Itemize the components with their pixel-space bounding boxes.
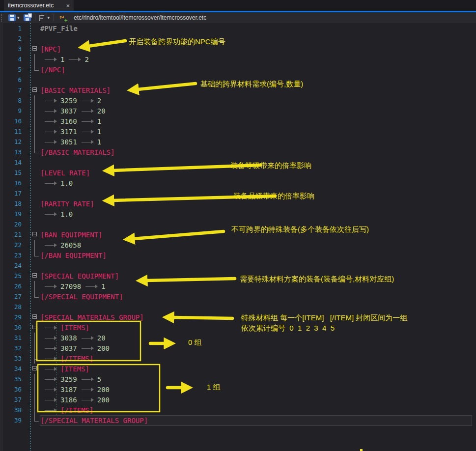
code-text: 1.0 <box>40 210 73 218</box>
toolbar-grip[interactable] <box>1 14 4 22</box>
save-caret-icon[interactable]: ▾ <box>17 15 20 20</box>
line-number[interactable]: 33 <box>0 355 28 362</box>
line-number[interactable]: 34 <box>0 365 28 372</box>
line-number[interactable]: 5 <box>0 66 28 73</box>
code-line[interactable]: 191.0 <box>0 209 476 219</box>
line-number[interactable]: 38 <box>0 406 28 414</box>
fold-guide <box>31 291 40 302</box>
fold-marker-icon[interactable] <box>31 364 40 374</box>
line-number[interactable]: 39 <box>0 417 28 424</box>
line-number[interactable]: 21 <box>0 231 28 238</box>
line-number[interactable]: 18 <box>0 200 28 207</box>
line-number[interactable]: 17 <box>0 190 28 197</box>
code-text: 303820 <box>40 334 106 342</box>
line-number[interactable]: 29 <box>0 313 28 321</box>
code-line[interactable]: 33[/ITEMS] <box>0 353 476 364</box>
code-line[interactable]: 1#PVF_File <box>0 23 476 33</box>
token-num: 1 <box>97 128 101 136</box>
token-dir: #PVF_File <box>40 25 78 32</box>
goto-caret-icon[interactable]: ▾ <box>48 15 50 20</box>
line-number[interactable]: 30 <box>0 324 28 331</box>
line-number[interactable]: 27 <box>0 293 28 300</box>
tab-close-icon[interactable]: × <box>66 2 70 9</box>
code-line[interactable]: 31303820 <box>0 333 476 343</box>
code-line[interactable]: 26270981 <box>0 281 476 291</box>
code-line[interactable]: 2 <box>0 33 476 44</box>
code-line[interactable]: 1131711 <box>0 126 476 137</box>
code-line[interactable]: 363187200 <box>0 384 476 395</box>
token-num: 5 <box>97 375 101 383</box>
line-number[interactable]: 16 <box>0 179 28 187</box>
code-line[interactable]: 323037200 <box>0 343 476 353</box>
line-number[interactable]: 31 <box>0 334 28 341</box>
line-number[interactable]: 12 <box>0 138 28 145</box>
line-number[interactable]: 20 <box>0 221 28 228</box>
code-line[interactable]: 412 <box>0 54 476 64</box>
line-number[interactable]: 32 <box>0 344 28 352</box>
line-number[interactable]: 3 <box>0 45 28 53</box>
code-line[interactable]: 373186200 <box>0 395 476 405</box>
fold-guide <box>31 178 40 188</box>
fold-marker-icon[interactable] <box>31 85 40 95</box>
fold-marker-icon[interactable] <box>31 322 40 333</box>
line-number[interactable]: 4 <box>0 56 28 63</box>
fold-guide <box>31 415 40 425</box>
line-number[interactable]: 9 <box>0 107 28 114</box>
goto-icon[interactable] <box>39 15 46 21</box>
code-text: [/NPC] <box>40 66 65 74</box>
line-number[interactable]: 37 <box>0 396 28 403</box>
code-line[interactable]: 28 <box>0 302 476 312</box>
code-line[interactable]: 1031601 <box>0 116 476 126</box>
code-text: 26058 <box>40 241 81 249</box>
code-line[interactable]: 30[ITEMS] <box>0 322 476 333</box>
fold-guide <box>31 198 40 209</box>
line-number[interactable]: 11 <box>0 128 28 135</box>
code-line[interactable]: 161.0 <box>0 178 476 188</box>
code-line[interactable]: 25[SPECIAL EQUIPMENT] <box>0 271 476 281</box>
save-icon[interactable] <box>8 14 16 21</box>
line-number[interactable]: 24 <box>0 262 28 269</box>
code-line[interactable]: 23[/BAN EQUIPMENT] <box>0 250 476 260</box>
code-line[interactable]: 1230511 <box>0 137 476 147</box>
save-as-icon[interactable] <box>24 14 31 21</box>
add-reference-icon[interactable]: ∿ + <box>59 14 67 22</box>
code-line[interactable]: 34[ITEMS] <box>0 364 476 374</box>
line-number[interactable]: 26 <box>0 282 28 290</box>
line-number[interactable]: 8 <box>0 97 28 104</box>
fold-marker-icon[interactable] <box>31 44 40 54</box>
fold-marker-icon[interactable] <box>31 229 40 240</box>
code-line[interactable]: 13[/BASIC MATERIALS] <box>0 147 476 157</box>
line-number[interactable]: 23 <box>0 252 28 259</box>
line-number[interactable]: 25 <box>0 272 28 280</box>
tab-arrow-glyph <box>44 56 57 63</box>
line-number[interactable]: 19 <box>0 210 28 218</box>
line-number[interactable]: 15 <box>0 169 28 176</box>
fold-marker-icon[interactable] <box>31 271 40 281</box>
line-number[interactable]: 36 <box>0 386 28 393</box>
code-line[interactable]: 9303720 <box>0 106 476 116</box>
line-number[interactable]: 7 <box>0 86 28 94</box>
line-number[interactable]: 22 <box>0 241 28 249</box>
line-number[interactable]: 28 <box>0 303 28 310</box>
line-number[interactable]: 13 <box>0 148 28 156</box>
fold-guide <box>31 168 40 178</box>
fold-marker-icon[interactable] <box>31 312 40 322</box>
file-path[interactable]: etc/rindro/itemtool/itemcrossover/itemcr… <box>74 14 206 21</box>
line-number[interactable]: 6 <box>0 76 28 84</box>
code-line[interactable]: 3532595 <box>0 374 476 384</box>
code-line[interactable]: 39[/SPECIAL MATERIALS GROUP] <box>0 415 476 425</box>
tab-itemcrossover[interactable]: itemcrossover.etc × <box>4 0 74 11</box>
line-number[interactable]: 1 <box>0 25 28 32</box>
code-line[interactable]: 38[/ITEMS] <box>0 405 476 415</box>
line-number[interactable]: 35 <box>0 375 28 383</box>
code-line[interactable]: 24 <box>0 260 476 271</box>
code-line[interactable]: 5[/NPC] <box>0 64 476 75</box>
line-number[interactable]: 14 <box>0 159 28 166</box>
code-text: 31711 <box>40 128 101 136</box>
code-line[interactable]: 27[/SPECIAL EQUIPMENT] <box>0 291 476 302</box>
code-line[interactable]: 3[NPC] <box>0 44 476 54</box>
code-line[interactable]: 832592 <box>0 95 476 106</box>
code-line[interactable]: 2226058 <box>0 240 476 250</box>
line-number[interactable]: 10 <box>0 117 28 125</box>
line-number[interactable]: 2 <box>0 35 28 42</box>
